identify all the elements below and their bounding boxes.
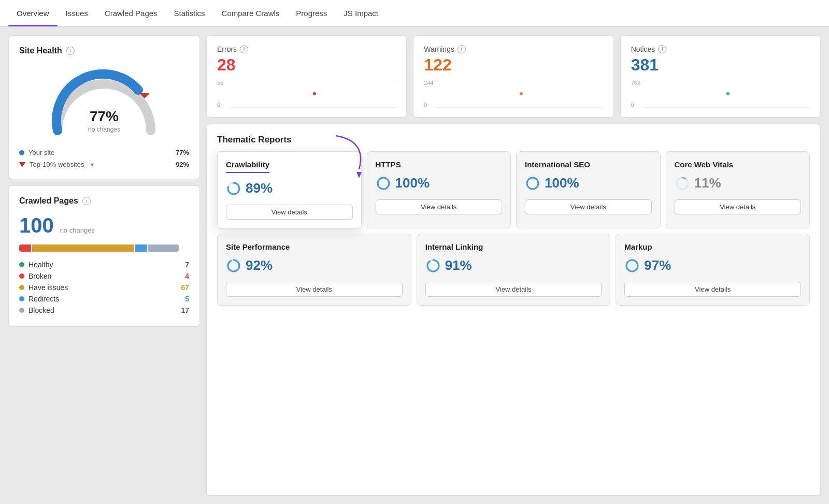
crawled-pages-bar bbox=[19, 244, 189, 252]
warnings-value: 122 bbox=[424, 55, 603, 75]
thematic-row-2: Site Performance 92% View details Intern… bbox=[217, 234, 810, 306]
legend-healthy: Healthy 7 bbox=[19, 259, 189, 270]
internal-linking-name: Internal Linking bbox=[425, 242, 602, 251]
international-seo-card: International SEO 100% View details bbox=[516, 151, 661, 228]
gauge-label: 77% no changes bbox=[88, 108, 120, 133]
nav-item-overview[interactable]: Overview bbox=[8, 0, 58, 26]
site-health-info-icon[interactable]: i bbox=[66, 47, 75, 55]
https-card: HTTPS 100% View details bbox=[367, 151, 511, 228]
errors-card: Errors i 28 56 0 bbox=[206, 35, 407, 118]
warnings-bottom-line bbox=[436, 107, 603, 108]
https-name: HTTPS bbox=[376, 160, 503, 169]
errors-info-icon[interactable]: i bbox=[240, 45, 248, 53]
svg-point-13 bbox=[427, 260, 439, 271]
site-performance-score: 92% bbox=[226, 257, 403, 273]
errors-chart: 56 0 bbox=[217, 80, 396, 108]
top10-label: Top-10% websites bbox=[30, 161, 84, 168]
international-seo-view-details-button[interactable]: View details bbox=[525, 199, 652, 214]
markup-card: Markup 97% View details bbox=[616, 234, 810, 306]
markup-view-details-button[interactable]: View details bbox=[624, 282, 801, 297]
have-issues-label: Have issues bbox=[28, 283, 68, 292]
site-health-gauge: 77% no changes bbox=[19, 61, 189, 143]
warnings-chart: 244 0 bbox=[424, 80, 603, 108]
notices-top-line bbox=[644, 80, 810, 80]
warnings-title: Warnings i bbox=[424, 45, 603, 53]
https-score: 100% bbox=[376, 175, 503, 191]
markup-score: 97% bbox=[624, 257, 801, 273]
left-column: Site Health i 77% no changes bbox=[8, 35, 200, 496]
blocked-value: 17 bbox=[181, 306, 189, 314]
https-view-details-button[interactable]: View details bbox=[376, 199, 503, 214]
crawlability-wrapper: Crawlability 89% View details bbox=[217, 151, 362, 228]
errors-zero-label: 0 bbox=[217, 102, 223, 108]
legend-redirects: Redirects 5 bbox=[19, 293, 189, 305]
internal-linking-pct: 91% bbox=[445, 257, 472, 273]
errors-value: 28 bbox=[217, 55, 396, 75]
svg-point-8 bbox=[677, 178, 688, 189]
warnings-zero-label: 0 bbox=[424, 102, 433, 108]
core-web-vitals-score: 11% bbox=[675, 175, 802, 191]
right-column: Errors i 28 56 0 bbox=[206, 35, 821, 496]
nav-item-issues[interactable]: Issues bbox=[58, 0, 96, 26]
crawled-pages-title: Crawled Pages i bbox=[19, 196, 189, 206]
nav-item-progress[interactable]: Progress bbox=[288, 0, 335, 26]
site-health-label: Site Health bbox=[19, 46, 62, 55]
crawlability-card: Crawlability 89% View details bbox=[217, 151, 362, 228]
stats-row: Errors i 28 56 0 bbox=[206, 35, 821, 118]
your-site-legend: Your site 77% bbox=[19, 149, 189, 156]
healthy-dot bbox=[19, 262, 24, 267]
crawlability-ring bbox=[226, 181, 241, 196]
notices-info-icon[interactable]: i bbox=[658, 45, 666, 53]
international-seo-pct: 100% bbox=[545, 175, 579, 191]
crawlability-view-details-button[interactable]: View details bbox=[226, 205, 353, 220]
site-performance-view-details-button[interactable]: View details bbox=[226, 282, 403, 297]
crawled-pages-card: Crawled Pages i 100 no changes Healthy bbox=[8, 185, 200, 327]
crawlability-score: 89% bbox=[226, 180, 353, 196]
notices-value: 381 bbox=[631, 55, 810, 75]
svg-point-15 bbox=[626, 260, 638, 271]
your-site-label: Your site bbox=[28, 149, 54, 156]
international-seo-score: 100% bbox=[525, 175, 652, 191]
warnings-info-icon[interactable]: i bbox=[458, 45, 466, 53]
warnings-max-label: 244 bbox=[424, 80, 433, 86]
bar-issues bbox=[32, 244, 134, 252]
svg-point-5 bbox=[378, 178, 389, 189]
core-web-vitals-card: Core Web Vitals 11% View details bbox=[666, 151, 810, 228]
errors-bottom-line bbox=[230, 107, 396, 108]
core-web-vitals-view-details-button[interactable]: View details bbox=[675, 199, 802, 214]
thematic-row-1: Crawlability 89% View details bbox=[217, 151, 810, 228]
notices-dot bbox=[726, 92, 730, 95]
internal-linking-view-details-button[interactable]: View details bbox=[425, 282, 602, 297]
core-web-vitals-name: Core Web Vitals bbox=[675, 160, 802, 169]
have-issues-dot bbox=[19, 285, 24, 290]
broken-label: Broken bbox=[28, 272, 51, 280]
nav-item-compare-crawls[interactable]: Compare Crawls bbox=[213, 0, 288, 26]
crawled-pages-info-icon[interactable]: i bbox=[82, 197, 91, 205]
nav-item-crawled-pages[interactable]: Crawled Pages bbox=[96, 0, 166, 26]
crawled-pages-no-changes: no changes bbox=[60, 226, 95, 234]
warnings-label: Warnings bbox=[424, 45, 454, 53]
notices-chart-area bbox=[644, 80, 810, 108]
top10-legend: Top-10% websites ▼ 92% bbox=[19, 161, 189, 168]
svg-point-11 bbox=[228, 260, 239, 271]
core-web-vitals-pct: 11% bbox=[694, 175, 721, 191]
top10-value: 92% bbox=[176, 161, 189, 168]
bar-redirects bbox=[135, 244, 147, 252]
site-performance-card: Site Performance 92% View details bbox=[217, 234, 411, 306]
notices-title: Notices i bbox=[631, 45, 810, 53]
top10-arrow-icon[interactable]: ▼ bbox=[90, 162, 95, 168]
warnings-card: Warnings i 122 244 0 bbox=[413, 35, 613, 118]
https-pct: 100% bbox=[395, 175, 430, 191]
international-seo-name: International SEO bbox=[525, 160, 652, 169]
warnings-top-line bbox=[436, 80, 603, 80]
site-health-title: Site Health i bbox=[19, 46, 189, 55]
healthy-label: Healthy bbox=[28, 261, 53, 269]
legend-broken: Broken 4 bbox=[19, 270, 189, 282]
nav-item-statistics[interactable]: Statistics bbox=[166, 0, 213, 26]
https-ring bbox=[376, 176, 391, 191]
notices-chart: 762 0 bbox=[631, 80, 810, 108]
nav-item-js-impact[interactable]: JS Impact bbox=[335, 0, 387, 26]
international-seo-ring bbox=[525, 176, 540, 191]
legend-have-issues: Have issues 67 bbox=[19, 282, 189, 293]
redirects-dot bbox=[19, 296, 24, 301]
